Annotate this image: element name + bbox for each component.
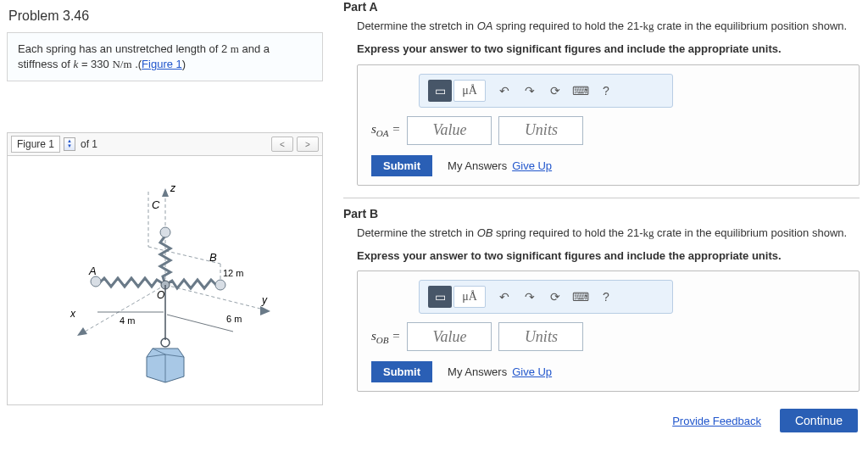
- figure-toolbar: Figure 1 ▲▼ of 1 < >: [7, 132, 323, 155]
- figure-link[interactable]: Figure 1: [142, 58, 182, 70]
- undo-icon[interactable]: ↶: [492, 80, 516, 102]
- part-b-toolbar: ▭ μÅ ↶ ↷ ⟳ ⌨ ?: [419, 280, 673, 314]
- keyboard-icon[interactable]: ⌨: [569, 80, 593, 102]
- units-input[interactable]: [498, 322, 583, 351]
- my-answers-link[interactable]: My Answers: [448, 159, 507, 172]
- part-a-answer-box: ▭ μÅ ↶ ↷ ⟳ ⌨ ? sOA = Submit My Answers G…: [357, 64, 860, 186]
- svg-line-16: [167, 315, 233, 332]
- continue-button[interactable]: Continue: [780, 409, 858, 432]
- redo-icon[interactable]: ↷: [518, 80, 542, 102]
- var-soa: sOA =: [371, 122, 400, 138]
- template-picker-icon[interactable]: ▭: [428, 80, 452, 102]
- part-b-title: Part B: [343, 207, 860, 220]
- figure-spinner[interactable]: ▲▼: [64, 137, 75, 151]
- redo-icon[interactable]: ↷: [518, 286, 542, 308]
- chevron-down-icon: ▼: [64, 143, 75, 148]
- part-a-toolbar: ▭ μÅ ↶ ↷ ⟳ ⌨ ?: [419, 74, 673, 108]
- unit-m: m: [231, 42, 239, 55]
- dim-6m: 6 m: [226, 314, 242, 324]
- value-input[interactable]: [407, 322, 492, 351]
- unit-nm: N/m: [112, 58, 131, 70]
- provide-feedback-link[interactable]: Provide Feedback: [672, 415, 761, 427]
- figure-next-button[interactable]: >: [297, 137, 319, 152]
- desc-text: = 330: [78, 58, 112, 70]
- template-picker-icon[interactable]: ▭: [428, 286, 452, 308]
- part-b-answer-box: ▭ μÅ ↶ ↷ ⟳ ⌨ ? sOB = Submit My Answers G…: [357, 270, 860, 392]
- part-b-instruction: Express your answer to two significant f…: [357, 248, 860, 265]
- svg-point-9: [91, 276, 101, 287]
- figure-canvas: z C A B O x y 12 m 4 m 6 m: [7, 155, 323, 405]
- problem-title: Problem 3.46: [3, 5, 326, 32]
- figure-select[interactable]: Figure 1: [11, 136, 60, 153]
- desc-text: .(: [132, 58, 142, 70]
- axis-x: x: [70, 308, 76, 320]
- reset-icon[interactable]: ⟳: [543, 286, 567, 308]
- axis-y: y: [261, 294, 268, 306]
- figure-count: of 1: [81, 138, 97, 150]
- part-b-question: Determine the stretch in OB spring requi…: [357, 226, 860, 242]
- part-a-question: Determine the stretch in OA spring requi…: [357, 19, 860, 35]
- point-o: O: [157, 289, 164, 301]
- part-a-title: Part A: [343, 0, 860, 14]
- submit-button[interactable]: Submit: [371, 361, 432, 382]
- point-c: C: [152, 198, 160, 211]
- desc-text: ): [182, 58, 186, 70]
- my-answers-link[interactable]: My Answers: [448, 365, 507, 378]
- keyboard-icon[interactable]: ⌨: [569, 286, 593, 308]
- svg-line-2: [165, 285, 267, 310]
- units-input[interactable]: [498, 116, 583, 145]
- divider: [343, 198, 860, 198]
- help-icon[interactable]: ?: [594, 80, 618, 102]
- svg-marker-8: [260, 306, 270, 315]
- part-a-instruction: Express your answer to two significant f…: [357, 42, 860, 58]
- dim-4m: 4 m: [120, 315, 135, 326]
- give-up-link[interactable]: Give Up: [512, 365, 552, 378]
- svg-marker-7: [77, 327, 87, 336]
- axis-z: z: [170, 182, 176, 194]
- svg-point-11: [160, 227, 170, 237]
- svg-marker-6: [162, 188, 169, 197]
- submit-button[interactable]: Submit: [371, 155, 432, 176]
- point-a: A: [88, 265, 97, 277]
- problem-description: Each spring has an unstretched length of…: [7, 32, 323, 81]
- var-sob: sOB =: [371, 329, 400, 345]
- units-button[interactable]: μÅ: [453, 80, 486, 102]
- undo-icon[interactable]: ↶: [492, 286, 516, 308]
- units-button[interactable]: μÅ: [453, 286, 486, 308]
- value-input[interactable]: [407, 116, 492, 145]
- figure-prev-button[interactable]: <: [271, 137, 293, 152]
- point-b: B: [209, 251, 217, 264]
- help-icon[interactable]: ?: [594, 286, 618, 308]
- desc-text: Each spring has an unstretched length of…: [18, 42, 231, 55]
- give-up-link[interactable]: Give Up: [512, 159, 552, 172]
- svg-line-1: [81, 285, 165, 334]
- reset-icon[interactable]: ⟳: [543, 80, 567, 102]
- dim-12m: 12 m: [223, 268, 243, 278]
- svg-point-10: [215, 280, 225, 290]
